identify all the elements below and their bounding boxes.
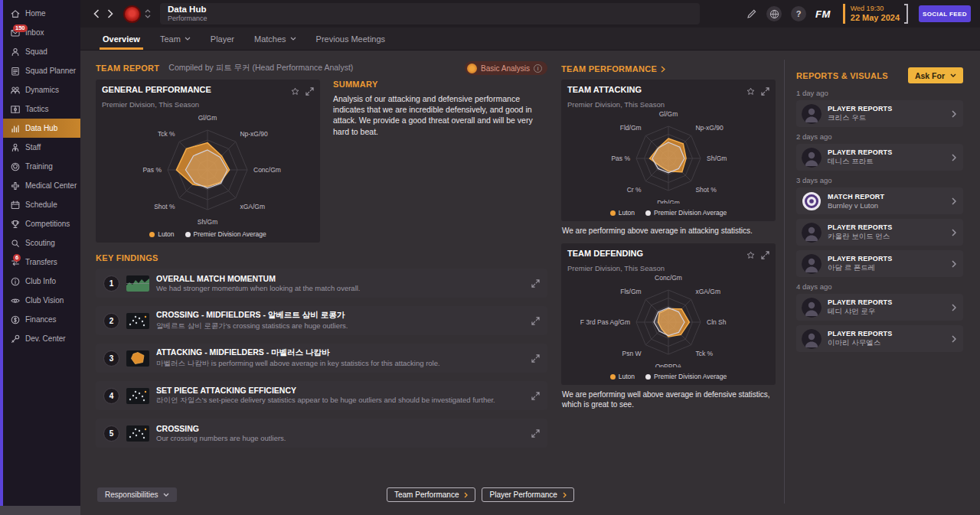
summary-title: SUMMARY — [333, 80, 547, 89]
sidebar-collapse-bar[interactable] — [0, 506, 80, 515]
club-crest[interactable] — [123, 5, 141, 23]
chevron-right-icon — [952, 260, 956, 268]
svg-text:xGA/Gm: xGA/Gm — [695, 288, 720, 295]
match-badge-icon — [802, 191, 822, 211]
key-finding-row[interactable]: 3ATTACKING - MIDFIELDERS - 마벨러스 나캄바마벨러스 … — [96, 344, 547, 373]
sidebar-item-dev-center[interactable]: Dev. Center — [3, 329, 80, 348]
sidebar-item-staff[interactable]: Staff — [3, 138, 80, 157]
sidebar-item-tactics[interactable]: Tactics — [3, 99, 80, 119]
sidebar-item-medical-center[interactable]: Medical Center — [3, 176, 80, 195]
expand-icon[interactable] — [531, 429, 540, 438]
tab-matches[interactable]: Matches — [244, 28, 306, 50]
player-report-card[interactable]: PLAYER REPORTS테디 샤먼 로우 — [796, 294, 963, 321]
expand-icon[interactable] — [531, 317, 540, 325]
planner-icon — [10, 66, 21, 77]
report-type: PLAYER REPORTS — [828, 105, 946, 112]
sidebar-item-club-info[interactable]: Club Info — [3, 272, 80, 291]
sidebar-item-scouting[interactable]: Scouting — [3, 233, 80, 253]
reports-visuals-title: REPORTS & VISUALS — [796, 71, 888, 80]
finding-chart-thumbnail-icon — [126, 275, 149, 292]
report-type: PLAYER REPORTS — [828, 223, 946, 231]
sidebar-item-inbox[interactable]: Inbox150 — [3, 23, 80, 42]
key-finding-row[interactable]: 5CROSSINGOur crossing numbers are huge o… — [96, 419, 547, 448]
responsibilities-button[interactable]: Responsibilities — [97, 487, 177, 502]
svg-text:Tck %: Tck % — [158, 130, 175, 138]
key-finding-row[interactable]: 4SET PIECE ATTACKING EFFICIENCY라이언 자일스's… — [96, 381, 547, 410]
pencil-icon — [746, 8, 757, 19]
match-report-card[interactable]: MATCH REPORTBurnley v Luton — [796, 187, 963, 214]
finances-icon — [10, 315, 21, 325]
forward-button[interactable] — [103, 5, 117, 22]
notification-badge: 6 — [13, 254, 21, 262]
chevron-down-icon — [950, 73, 956, 77]
ask-for-button[interactable]: Ask For — [908, 67, 963, 83]
tab-team[interactable]: Team — [150, 28, 201, 50]
tab-label: Overview — [103, 34, 140, 44]
player-performance-button[interactable]: Player Performance — [482, 487, 573, 502]
team-performance-button[interactable]: Team Performance — [387, 487, 475, 502]
sidebar-item-transfers[interactable]: Transfers6 — [3, 253, 80, 272]
expand-icon[interactable] — [531, 279, 540, 288]
game-date[interactable]: Wed 19:30 22 May 2024 — [843, 4, 908, 24]
legend-item: Premier Division Average — [645, 373, 727, 380]
chevron-right-icon — [952, 335, 956, 343]
sidebar-item-training[interactable]: Training — [3, 157, 80, 176]
sidebar-item-finances[interactable]: Finances — [3, 310, 80, 329]
sidebar-item-label: Dynamics — [25, 86, 59, 94]
expand-icon[interactable] — [531, 392, 540, 400]
staff-icon — [10, 142, 21, 153]
sidebar-item-data-hub[interactable]: Data Hub — [3, 119, 80, 138]
favourite-star-icon[interactable] — [746, 249, 755, 262]
chevron-right-icon — [952, 304, 956, 311]
key-finding-row[interactable]: 2CROSSING - MIDFIELDERS - 알베르트 삼비 로콩가알베르… — [96, 306, 547, 335]
edit-button[interactable] — [746, 8, 757, 19]
back-button[interactable] — [90, 5, 103, 22]
sidebar-item-label: Training — [25, 162, 53, 171]
social-feed-button[interactable]: SOCIAL FEED — [919, 5, 971, 22]
team-defending-subtitle: Premier Division, This Season — [567, 264, 769, 272]
world-button[interactable] — [766, 6, 782, 21]
basic-analysis-label: Basic Analysis — [481, 64, 530, 73]
player-report-card[interactable]: PLAYER REPORTS데니스 프라트 — [796, 144, 963, 171]
crest-cycle-control[interactable] — [145, 9, 151, 18]
finding-description: 알베르트 삼비 로콩가's crossing statistics are hu… — [156, 321, 524, 331]
help-button[interactable]: ? — [791, 6, 806, 21]
player-report-card[interactable]: PLAYER REPORTS크리스 우드 — [796, 100, 963, 127]
key-finding-row[interactable]: 1OVERALL MATCH MOMENTUMWe had stronger m… — [96, 269, 547, 298]
expand-icon[interactable] — [305, 85, 314, 99]
team-report-title: TEAM REPORT — [96, 64, 159, 73]
sidebar-item-label: Dev. Center — [25, 334, 66, 343]
sidebar-item-dynamics[interactable]: Dynamics — [3, 80, 80, 99]
sidebar-item-squad[interactable]: Squad — [3, 42, 80, 61]
sidebar-item-squad-planner[interactable]: Squad Planner — [3, 61, 80, 80]
favourite-star-icon[interactable] — [291, 85, 299, 99]
tab-player[interactable]: Player — [201, 28, 244, 50]
chart-legend: LutonPremier Division Average — [567, 209, 769, 217]
svg-text:Shot %: Shot % — [695, 186, 717, 194]
favourite-star-icon[interactable] — [746, 85, 755, 99]
sidebar-item-home[interactable]: Home — [3, 4, 80, 23]
defending-note: We are performing well above average in … — [562, 390, 775, 409]
tab-previous-meetings[interactable]: Previous Meetings — [306, 28, 396, 50]
sidebar-item-club-vision[interactable]: Club Vision — [3, 291, 80, 310]
sidebar-item-label: Tactics — [25, 105, 49, 113]
topbar: Data Hub Performance ? FM Wed 19:30 22 M… — [80, 0, 980, 28]
team-report-section: TEAM REPORT Compiled by 피트 무커 (Head Perf… — [96, 61, 547, 456]
expand-icon[interactable] — [761, 249, 769, 262]
expand-icon[interactable] — [531, 354, 540, 363]
avatar — [802, 329, 822, 349]
finding-title: SET PIECE ATTACKING EFFICIENCY — [156, 386, 524, 395]
player-report-card[interactable]: PLAYER REPORTS이마리 사무엘스 — [796, 325, 963, 352]
player-report-card[interactable]: PLAYER REPORTS아담 르 폰드레 — [796, 250, 963, 277]
tabbar: OverviewTeamPlayerMatchesPrevious Meetin… — [80, 28, 980, 51]
player-report-card[interactable]: PLAYER REPORTS카올란 보이드 먼스 — [796, 219, 963, 246]
expand-icon[interactable] — [761, 85, 769, 99]
sidebar-item-competitions[interactable]: Competitions — [3, 214, 80, 233]
svg-text:Pas %: Pas % — [611, 155, 630, 162]
basic-analysis-badge[interactable]: Basic Analysis i — [465, 61, 547, 75]
key-findings-list: 1OVERALL MATCH MOMENTUMWe had stronger m… — [96, 269, 547, 448]
squad-icon — [10, 47, 21, 57]
team-performance-header[interactable]: TEAM PERFORMANCE — [561, 64, 776, 73]
sidebar-item-schedule[interactable]: Schedule — [3, 195, 80, 214]
tab-overview[interactable]: Overview — [93, 28, 150, 50]
